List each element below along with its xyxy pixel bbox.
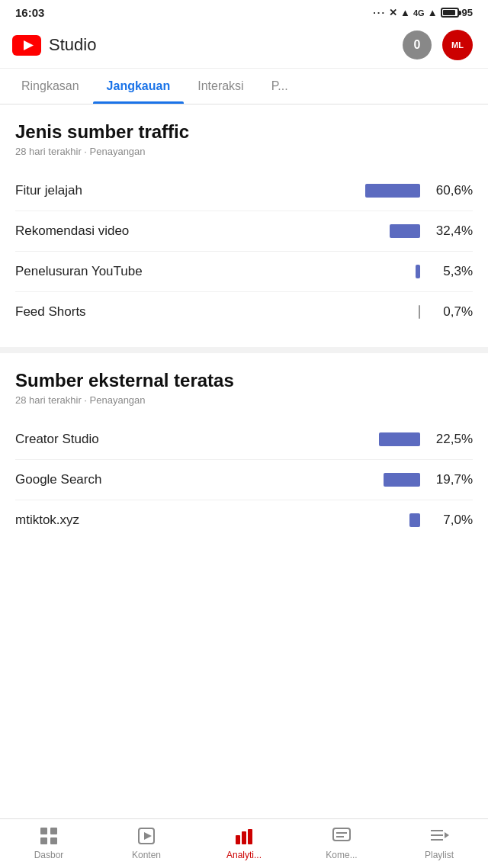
- row-value-2: 5,3%: [431, 264, 473, 279]
- row-value-3: 0,7%: [431, 304, 473, 320]
- logo-area: Studio: [12, 35, 96, 56]
- ext-bar-container-1: [359, 473, 420, 487]
- traffic-row-1[interactable]: Rekomendasi video 32,4%: [15, 211, 473, 252]
- ext-right-0: 22,5%: [336, 432, 473, 447]
- tab-jangkauan[interactable]: Jangkauan: [93, 69, 185, 104]
- bar-1: [390, 224, 420, 238]
- ext-bar-1: [384, 473, 420, 487]
- nav-analytik[interactable]: Analyti...: [195, 825, 293, 860]
- header-right: 0 ML: [403, 30, 473, 60]
- traffic-source-section: Jenis sumber traffic 28 hari terakhir · …: [0, 104, 488, 353]
- row-value-1: 32,4%: [431, 223, 473, 239]
- bar-3: [419, 305, 420, 319]
- nav-dasbor[interactable]: Dasbor: [0, 825, 98, 860]
- nav-konten-label: Konten: [132, 850, 161, 860]
- row-label-2: Penelusuran YouTube: [15, 264, 336, 279]
- svg-rect-2: [40, 828, 47, 834]
- status-icons: ··· ✕ ▲ 4G ▲ 95: [373, 7, 473, 18]
- youtube-logo-icon: [12, 35, 41, 56]
- ext-label-0: Creator Studio: [15, 432, 336, 447]
- tab-bar: Ringkasan Jangkauan Interaksi P...: [0, 69, 488, 104]
- avatar[interactable]: ML: [442, 30, 473, 60]
- svg-rect-4: [40, 837, 47, 844]
- section2-title: Sumber eksternal teratas: [15, 370, 473, 391]
- mute-icon: ✕: [389, 7, 397, 18]
- bar-0: [365, 184, 420, 198]
- row-right-0: 60,6%: [336, 183, 473, 198]
- bar-chart-icon: [233, 825, 255, 847]
- section1-title: Jenis sumber traffic: [15, 121, 473, 143]
- row-right-1: 32,4%: [336, 223, 473, 239]
- traffic-row-0[interactable]: Fitur jelajah 60,6%: [15, 171, 473, 211]
- play-icon: [136, 825, 157, 847]
- bar-2: [416, 265, 420, 278]
- nav-komentar-label: Kome...: [326, 850, 357, 860]
- signal-dots: ···: [373, 7, 386, 18]
- tab-p[interactable]: P...: [258, 69, 302, 104]
- grid-icon: [38, 825, 59, 847]
- external-source-section: Sumber eksternal teratas 28 hari terakhi…: [0, 353, 488, 555]
- playlist-icon: [429, 825, 450, 847]
- status-right: ··· ✕ ▲ 4G ▲ 95: [373, 7, 473, 18]
- header: Studio 0 ML: [0, 22, 488, 69]
- nav-komentar[interactable]: Kome...: [293, 825, 390, 860]
- svg-rect-5: [50, 837, 57, 844]
- battery-icon: [441, 8, 459, 18]
- ext-value-0: 22,5%: [431, 432, 473, 447]
- ext-right-2: 7,0%: [336, 513, 473, 528]
- nav-playlist[interactable]: Playlist: [390, 825, 488, 860]
- ext-bar-2: [409, 513, 420, 527]
- traffic-row-2[interactable]: Penelusuran YouTube 5,3%: [15, 252, 473, 292]
- ext-label-2: mtiktok.xyz: [15, 513, 336, 528]
- bar-container-1: [359, 224, 420, 238]
- tab-ringkasan[interactable]: Ringkasan: [8, 69, 93, 104]
- status-time: 16:03: [15, 6, 44, 19]
- bar-container-2: [359, 265, 420, 278]
- traffic-row-3[interactable]: Feed Shorts 0,7%: [15, 292, 473, 332]
- svg-marker-7: [144, 832, 152, 840]
- battery-percent: 95: [462, 7, 473, 18]
- row-value-0: 60,6%: [431, 183, 473, 198]
- section2-subtitle: 28 hari terakhir · Penayangan: [15, 394, 473, 406]
- external-row-1[interactable]: Google Search 19,7%: [15, 460, 473, 500]
- notification-badge[interactable]: 0: [403, 31, 432, 59]
- ext-value-1: 19,7%: [431, 472, 473, 487]
- svg-rect-11: [333, 828, 350, 841]
- ext-right-1: 19,7%: [336, 472, 473, 487]
- status-bar: 16:03 ··· ✕ ▲ 4G ▲ 95: [0, 0, 488, 22]
- row-label-1: Rekomendasi video: [15, 223, 336, 239]
- svg-rect-3: [50, 828, 57, 834]
- svg-rect-8: [236, 835, 240, 844]
- signal-bars-icon: ▲: [428, 7, 438, 18]
- ext-label-1: Google Search: [15, 472, 336, 487]
- comment-icon: [331, 825, 352, 847]
- bottom-nav: Dasbor Konten Analyti...: [0, 818, 488, 868]
- bar-container-3: [359, 305, 420, 319]
- section1-subtitle: 28 hari terakhir · Penayangan: [15, 146, 473, 157]
- svg-marker-17: [445, 832, 449, 838]
- svg-rect-10: [248, 829, 252, 844]
- nav-analytik-label: Analyti...: [226, 850, 262, 860]
- external-row-0[interactable]: Creator Studio 22,5%: [15, 420, 473, 460]
- bar-container-0: [359, 184, 420, 198]
- 4g-icon: 4G: [413, 8, 425, 18]
- ext-bar-container-0: [359, 432, 420, 446]
- app-title: Studio: [49, 35, 96, 55]
- nav-konten[interactable]: Konten: [98, 825, 195, 860]
- nav-dasbor-label: Dasbor: [34, 850, 64, 860]
- row-right-2: 5,3%: [336, 264, 473, 279]
- main-content: Jenis sumber traffic 28 hari terakhir · …: [0, 104, 488, 616]
- external-row-2[interactable]: mtiktok.xyz 7,0%: [15, 500, 473, 540]
- svg-rect-9: [242, 831, 246, 844]
- signal-icon: ▲: [400, 7, 410, 18]
- row-right-3: 0,7%: [336, 304, 473, 320]
- ext-bar-0: [379, 432, 420, 446]
- ext-value-2: 7,0%: [431, 513, 473, 528]
- ext-bar-container-2: [359, 513, 420, 527]
- row-label-0: Fitur jelajah: [15, 183, 336, 198]
- row-label-3: Feed Shorts: [15, 304, 336, 320]
- nav-playlist-label: Playlist: [425, 850, 454, 860]
- tab-interaksi[interactable]: Interaksi: [184, 69, 257, 104]
